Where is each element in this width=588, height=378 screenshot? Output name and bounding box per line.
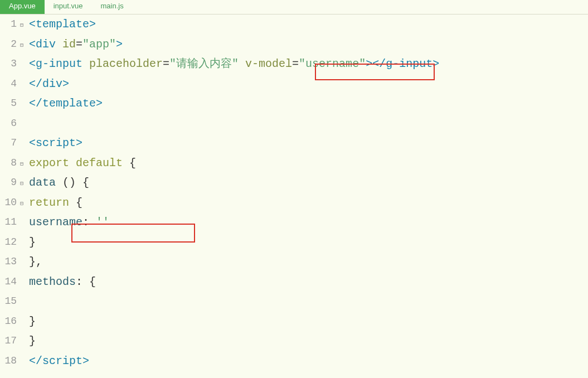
code-line[interactable]: 1 ⊟ <template>	[0, 14, 588, 35]
line-number: 3	[0, 54, 20, 74]
line-number: 4	[0, 74, 20, 94]
code-line[interactable]: 6	[0, 114, 588, 134]
code-text: :	[82, 216, 89, 229]
code-line[interactable]: 8 ⊟ export default {	[0, 153, 588, 173]
code-text: {	[76, 176, 89, 189]
code-line[interactable]: 17 }	[0, 331, 588, 351]
code-text: {	[123, 157, 136, 169]
line-number: 15	[0, 292, 20, 312]
code-text: "username"	[299, 57, 366, 70]
code-text: </script>	[29, 355, 89, 367]
fold-marker	[20, 212, 28, 232]
code-text: </div>	[29, 77, 69, 90]
line-number: 18	[0, 351, 20, 371]
code-text: =	[163, 57, 169, 70]
code-text: default	[69, 157, 123, 169]
code-line[interactable]: 11 username: ''	[0, 212, 588, 232]
code-text: }	[29, 236, 36, 249]
line-number: 8	[0, 153, 20, 173]
code-text: <g-input	[29, 57, 82, 70]
code-text: :	[76, 275, 82, 288]
code-text: id	[56, 38, 76, 51]
code-text: v-model	[239, 57, 292, 70]
code-line[interactable]: 9 ⊟ data () {	[0, 173, 588, 193]
fold-marker	[20, 54, 28, 74]
line-number: 14	[0, 272, 20, 292]
fold-marker	[20, 331, 28, 351]
line-number: 9	[0, 173, 20, 193]
line-number: 7	[0, 133, 20, 153]
fold-marker	[20, 74, 28, 94]
fold-marker[interactable]: ⊟	[20, 153, 28, 173]
line-number: 10	[0, 193, 20, 213]
fold-marker[interactable]: ⊟	[20, 193, 28, 213]
code-text: {	[82, 275, 96, 288]
code-text: ,	[36, 255, 42, 268]
fold-marker	[20, 351, 28, 371]
line-number: 12	[0, 232, 20, 253]
fold-marker	[20, 133, 28, 153]
tab-main-js[interactable]: main.js	[91, 0, 132, 14]
fold-marker[interactable]: ⊟	[20, 14, 28, 35]
editor-tabs: App.vue input.vue main.js	[0, 0, 588, 14]
code-line[interactable]: 7 <script>	[0, 133, 588, 153]
code-text: </template>	[29, 97, 103, 110]
code-text: username	[29, 216, 82, 229]
code-line[interactable]: 2 ⊟ <div id="app">	[0, 35, 588, 55]
line-number: 5	[0, 94, 20, 114]
code-line[interactable]: 12 }	[0, 232, 588, 253]
code-line[interactable]: 10 ⊟ return {	[0, 193, 588, 213]
fold-marker	[20, 232, 28, 253]
tab-app-vue[interactable]: App.vue	[0, 0, 45, 14]
code-line[interactable]: 18 </script>	[0, 351, 588, 371]
fold-marker	[20, 114, 28, 134]
code-text: >	[116, 38, 123, 51]
code-line[interactable]: 14 methods: {	[0, 272, 588, 292]
line-number: 16	[0, 312, 20, 332]
code-line[interactable]: 5 </template>	[0, 94, 588, 114]
code-text: }	[29, 335, 36, 347]
line-number: 2	[0, 35, 20, 55]
code-text: ''	[89, 216, 109, 229]
code-text: >	[366, 57, 372, 70]
code-line[interactable]: 15	[0, 292, 588, 312]
code-text: methods	[29, 275, 76, 288]
code-text: =	[76, 38, 82, 51]
fold-marker	[20, 272, 28, 292]
line-number: 6	[0, 114, 20, 134]
code-text: "app"	[82, 38, 116, 51]
code-text: =	[292, 57, 299, 70]
fold-marker	[20, 312, 28, 332]
code-line[interactable]: 4 </div>	[0, 74, 588, 94]
fold-marker[interactable]: ⊟	[20, 173, 28, 193]
line-number: 1	[0, 14, 20, 35]
fold-marker	[20, 252, 28, 272]
code-text: data	[29, 176, 56, 189]
line-number: 13	[0, 252, 20, 272]
code-text: <div	[29, 38, 56, 51]
code-text: }	[29, 255, 36, 268]
code-text: placeholder	[82, 57, 163, 70]
code-line[interactable]: 3 <g-input placeholder="请输入内容" v-model="…	[0, 54, 588, 74]
code-text: <template>	[29, 18, 96, 31]
tab-input-vue[interactable]: input.vue	[45, 0, 92, 14]
code-text: }	[29, 315, 36, 328]
code-editor[interactable]: 1 ⊟ <template> 2 ⊟ <div id="app"> 3 <g-i…	[0, 14, 588, 371]
fold-marker	[20, 292, 28, 312]
line-number: 11	[0, 212, 20, 232]
code-text: return	[29, 196, 69, 209]
code-text: {	[69, 196, 82, 209]
code-text: "请输入内容"	[169, 57, 239, 70]
fold-marker	[20, 94, 28, 114]
fold-marker[interactable]: ⊟	[20, 35, 28, 55]
code-text: <script>	[29, 137, 82, 149]
code-line[interactable]: 16 }	[0, 312, 588, 332]
code-text: </g-input>	[372, 57, 439, 70]
code-text: ()	[56, 176, 76, 189]
code-text: export	[29, 157, 69, 169]
code-line[interactable]: 13 },	[0, 252, 588, 272]
line-number: 17	[0, 331, 20, 351]
